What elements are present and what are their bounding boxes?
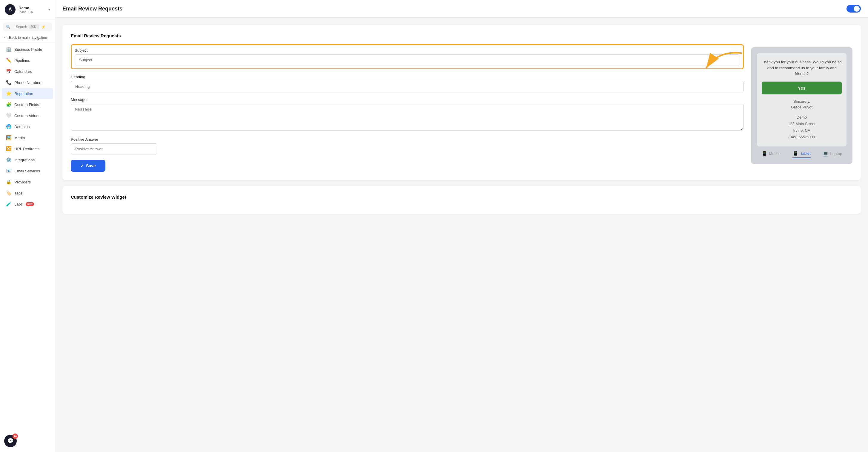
laptop-icon: 💻 bbox=[823, 151, 829, 156]
toggle-knob bbox=[854, 6, 860, 12]
sidebar-item-label: Labs bbox=[14, 202, 23, 206]
preview-phone: (949) 555-5000 bbox=[762, 134, 842, 141]
sidebar-item-reputation[interactable]: ⭐ Reputation bbox=[2, 88, 53, 99]
save-button[interactable]: ✓ Save bbox=[71, 160, 105, 172]
back-navigation[interactable]: ← Back to main navigation bbox=[0, 33, 55, 42]
preview-card: Thank you for your business! Would you b… bbox=[751, 47, 852, 164]
preview-body-text: Thank you for your business! Would you b… bbox=[762, 59, 842, 77]
preview-address: 123 Main Street bbox=[762, 121, 842, 127]
preview-card-inner: Thank you for your business! Would you b… bbox=[757, 53, 846, 146]
customize-widget-title: Customize Review Widget bbox=[71, 194, 852, 200]
sidebar-item-label: URL Redirects bbox=[14, 147, 39, 151]
subject-label: Subject bbox=[75, 48, 740, 53]
sidebar-item-email-services[interactable]: 📧 Email Services bbox=[2, 165, 53, 176]
email-review-toggle[interactable] bbox=[846, 5, 861, 12]
sidebar-item-labs[interactable]: 🧪 Labs new bbox=[2, 199, 53, 209]
device-tabs: 📱 Mobile 📱 Tablet 💻 Laptop bbox=[757, 151, 846, 158]
preview-section: Subject Heading Message bbox=[71, 44, 852, 172]
sidebar-item-domains[interactable]: 🌐 Domains bbox=[2, 121, 53, 132]
sidebar-item-calendars[interactable]: 📅 Calendars bbox=[2, 66, 53, 77]
badge-new: new bbox=[26, 202, 34, 206]
tab-mobile[interactable]: 📱 Mobile bbox=[762, 151, 780, 158]
subject-input[interactable] bbox=[75, 54, 740, 65]
tab-laptop[interactable]: 💻 Laptop bbox=[823, 151, 842, 158]
reputation-icon: ⭐ bbox=[6, 91, 11, 96]
form-side: Subject Heading Message bbox=[71, 44, 744, 172]
positive-answer-input[interactable] bbox=[71, 143, 157, 154]
preview-business-name: Demo bbox=[762, 114, 842, 121]
sidebar-item-label: Pipelines bbox=[14, 58, 30, 63]
tags-icon: 🏷️ bbox=[6, 190, 11, 196]
sidebar-item-providers[interactable]: 🔒 Providers bbox=[2, 177, 53, 187]
preview-yes-button[interactable]: Yes bbox=[762, 82, 842, 94]
pipelines-icon: ✏️ bbox=[6, 58, 11, 63]
message-textarea[interactable] bbox=[71, 104, 744, 130]
heading-label: Heading bbox=[71, 75, 744, 79]
subject-wrapper: Subject bbox=[71, 44, 744, 69]
preview-business-info: Demo 123 Main Street Irvine, CA (949) 55… bbox=[762, 114, 842, 141]
sidebar-item-label: Domains bbox=[14, 125, 30, 129]
chat-button[interactable]: 💬 10 bbox=[4, 435, 17, 447]
url-redirects-icon: 🔀 bbox=[6, 146, 11, 151]
message-label: Message bbox=[71, 97, 744, 102]
chat-badge: 10 bbox=[12, 433, 18, 439]
sidebar-item-phone-numbers[interactable]: 📞 Phone Numbers bbox=[2, 77, 53, 88]
sidebar-item-label: Providers bbox=[14, 180, 31, 184]
phone-numbers-icon: 📞 bbox=[6, 80, 11, 85]
customize-widget-card: Customize Review Widget bbox=[62, 186, 861, 214]
sidebar-item-integrations[interactable]: ⚙️ Integrations bbox=[2, 154, 53, 165]
integrations-icon: ⚙️ bbox=[6, 157, 11, 162]
back-label: Back to main navigation bbox=[9, 35, 47, 40]
email-services-icon: 📧 bbox=[6, 168, 11, 174]
sidebar-item-tags[interactable]: 🏷️ Tags bbox=[2, 188, 53, 199]
sidebar-item-label: Calendars bbox=[14, 69, 32, 74]
save-label: Save bbox=[86, 163, 96, 168]
positive-answer-row: Positive Answer bbox=[71, 137, 744, 154]
main-content: Email Review Requests Email Review Reque… bbox=[55, 0, 868, 452]
user-location: Irvine, CA bbox=[19, 10, 45, 14]
page-title: Email Review Requests bbox=[62, 6, 122, 12]
search-label: Search bbox=[16, 25, 27, 29]
preview-city-state: Irvine, CA bbox=[762, 127, 842, 134]
sidebar-item-label: Tags bbox=[14, 191, 22, 195]
preview-name: Grace Puyot bbox=[762, 105, 842, 109]
sidebar-item-label: Custom Fields bbox=[14, 102, 39, 107]
tab-tablet[interactable]: 📱 Tablet bbox=[793, 151, 811, 158]
search-bar[interactable]: 🔍 Search ⌘K ⚡ bbox=[3, 22, 52, 31]
sidebar-item-pipelines[interactable]: ✏️ Pipelines bbox=[2, 55, 53, 66]
custom-values-icon: 🤍 bbox=[6, 113, 11, 118]
user-menu[interactable]: A Demo Irvine, CA ▾ bbox=[0, 0, 55, 20]
top-bar: Email Review Requests bbox=[55, 0, 868, 18]
tablet-icon: 📱 bbox=[793, 151, 799, 156]
sidebar-item-media[interactable]: 🖼️ Media bbox=[2, 132, 53, 143]
sidebar-item-label: Media bbox=[14, 135, 25, 140]
back-arrow-icon: ← bbox=[4, 35, 7, 40]
message-row: Message bbox=[71, 97, 744, 132]
sidebar-item-custom-values[interactable]: 🤍 Custom Values bbox=[2, 110, 53, 121]
labs-icon: 🧪 bbox=[6, 201, 11, 207]
custom-fields-icon: 🧩 bbox=[6, 102, 11, 107]
mobile-label: Mobile bbox=[769, 151, 780, 156]
mobile-icon: 📱 bbox=[762, 151, 767, 156]
positive-answer-label: Positive Answer bbox=[71, 137, 744, 142]
search-shortcut: ⌘K bbox=[29, 25, 39, 29]
calendars-icon: 📅 bbox=[6, 69, 11, 74]
business-profile-icon: 🏢 bbox=[6, 47, 11, 52]
sidebar-item-label: Custom Values bbox=[14, 114, 40, 118]
checkmark-icon: ✓ bbox=[80, 163, 84, 168]
avatar: A bbox=[5, 4, 16, 15]
sidebar-item-url-redirects[interactable]: 🔀 URL Redirects bbox=[2, 143, 53, 154]
email-review-card: Email Review Requests Subject Heading bbox=[62, 25, 861, 180]
heading-input[interactable] bbox=[71, 81, 744, 92]
content-area: Email Review Requests Subject Heading bbox=[55, 18, 868, 227]
sidebar-item-business-profile[interactable]: 🏢 Business Profile bbox=[2, 44, 53, 55]
chevron-down-icon: ▾ bbox=[49, 7, 50, 12]
user-name: Demo bbox=[19, 6, 45, 10]
laptop-label: Laptop bbox=[830, 151, 842, 156]
sidebar-item-label: Reputation bbox=[14, 91, 33, 96]
preview-sincerely: Sincerely, bbox=[762, 99, 842, 104]
sidebar-item-custom-fields[interactable]: 🧩 Custom Fields bbox=[2, 99, 53, 110]
lightning-icon: ⚡ bbox=[41, 25, 49, 29]
sidebar-item-label: Business Profile bbox=[14, 47, 42, 52]
search-icon: 🔍 bbox=[6, 25, 14, 29]
